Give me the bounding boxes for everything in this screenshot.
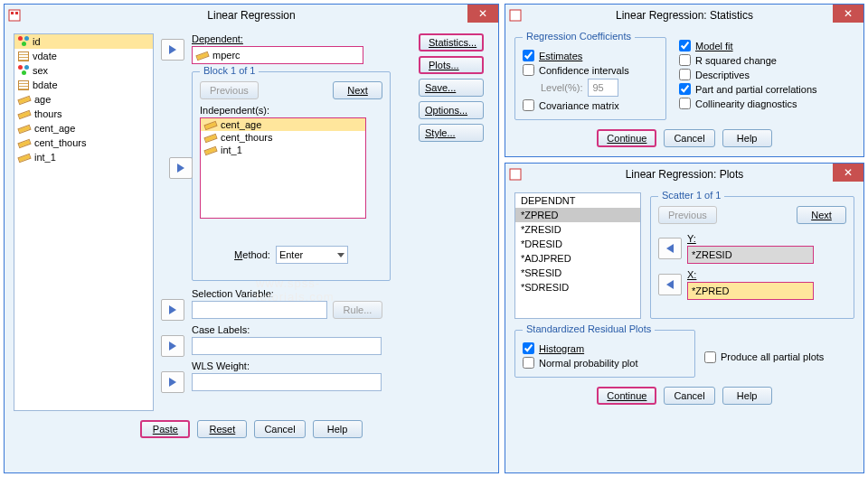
independents-list[interactable]: cent_agecent_thoursint_1 [200,117,366,219]
app-icon [509,9,522,22]
plot-list-item[interactable]: *SDRESID [515,280,640,295]
part-partial-checkbox[interactable]: Part and partial correlations [679,83,817,95]
save-button[interactable]: Save... [419,79,484,97]
variable-item[interactable]: id [14,34,153,49]
continue-button[interactable]: Continue [597,387,656,405]
selection-var-input[interactable] [192,301,327,319]
next-button[interactable]: Next [333,81,382,99]
variable-item[interactable]: sex [14,63,153,78]
help-button[interactable]: Help [722,129,772,147]
style-button[interactable]: Style... [419,124,484,142]
close-icon[interactable]: ✕ [833,164,863,182]
dependent-label: Dependent: [192,33,411,44]
r-squared-checkbox[interactable]: R squared change [679,54,817,66]
variable-item[interactable]: int_1 [14,150,153,164]
selection-var-label: Selection Variable: [192,288,411,299]
scale-icon [17,125,31,134]
dependent-input[interactable]: mperc [192,46,363,64]
svg-rect-3 [510,10,521,21]
scale-icon [17,96,31,105]
method-select[interactable]: Enter [276,246,348,264]
nominal-icon [18,36,29,47]
variable-item[interactable]: cent_age [14,121,153,136]
options-button[interactable]: Options... [419,101,484,119]
variable-item[interactable]: vdate [14,49,153,63]
wls-input[interactable] [192,373,382,391]
variable-item[interactable]: bdate [14,78,153,92]
cancel-button[interactable]: Cancel [664,129,714,147]
date-icon [18,51,29,61]
plot-list-item[interactable]: DEPENDNT [515,193,640,208]
dialog-title: Linear Regression [207,9,295,22]
plot-list-item[interactable]: *ZRESID [515,222,640,237]
method-label: Method: [234,249,270,260]
scale-icon [17,154,31,163]
variable-item[interactable]: thours [14,107,153,121]
plot-list-item[interactable]: *SRESID [515,266,640,280]
case-labels-input[interactable] [192,337,382,355]
y-input[interactable]: *ZRESID [687,246,814,264]
app-icon [509,168,522,181]
case-labels-label: Case Labels: [192,324,411,335]
rule-button: Rule... [333,301,382,319]
model-fit-checkbox[interactable]: Model fit [679,40,817,51]
scale-icon [17,139,31,148]
estimates-checkbox[interactable]: Estimates [523,50,658,61]
move-x-button[interactable] [658,274,682,295]
covariance-checkbox[interactable]: Covariance matrix [523,99,658,111]
titlebar: Linear Regression: Statistics ✕ [505,5,863,26]
previous-button: Previous [200,81,259,99]
titlebar: Linear Regression: Plots ✕ [505,164,863,185]
linear-regression-dialog: Linear Regression ✕ idvdatesexbdateageth… [4,4,499,473]
titlebar: Linear Regression ✕ [5,5,498,26]
descriptives-checkbox[interactable]: Descriptives [679,69,817,80]
svg-rect-2 [15,12,18,14]
plot-list-item[interactable]: *ZPRED [515,208,640,222]
variable-list[interactable]: idvdatesexbdateagethourscent_agecent_tho… [14,33,154,411]
move-selection-button[interactable] [161,299,184,321]
previous-button: Previous [658,206,717,224]
variable-item[interactable]: age [14,92,153,107]
move-wls-button[interactable] [161,371,184,393]
histogram-checkbox[interactable]: Histogram [523,342,687,354]
paste-button[interactable]: Paste [140,420,190,438]
move-y-button[interactable] [658,238,682,259]
svg-rect-4 [510,169,521,180]
move-dependent-button[interactable] [161,39,184,61]
plot-list-item[interactable]: *ADJPRED [515,251,640,266]
independents-label: Independent(s): [200,105,382,116]
plot-variable-list[interactable]: DEPENDNT*ZPRED*ZRESID*DRESID*ADJPRED*SRE… [514,192,641,319]
continue-button[interactable]: Continue [597,129,656,147]
partial-plots-checkbox[interactable]: Produce all partial plots [704,339,824,375]
x-input[interactable]: *ZPRED [687,282,814,300]
move-independent-button[interactable] [169,157,193,179]
statistics-button[interactable]: Statistics... [419,33,484,51]
plots-dialog: Linear Regression: Plots ✕ DEPENDNT*ZPRE… [505,163,864,473]
x-label: X: [687,269,846,280]
close-icon[interactable]: ✕ [833,5,863,23]
normal-prob-checkbox[interactable]: Normal probability plot [523,357,687,369]
level-input: 95 [588,79,618,97]
close-icon[interactable]: ✕ [467,5,498,23]
plot-list-item[interactable]: *DRESID [515,237,640,251]
collinearity-checkbox[interactable]: Collinearity diagnostics [679,98,817,109]
next-button[interactable]: Next [797,206,846,224]
cancel-button[interactable]: Cancel [664,387,714,405]
move-caselabel-button[interactable] [161,335,184,357]
y-label: Y: [687,233,846,244]
block-title: Block 1 of 1 [200,65,259,76]
regression-coefficients-group: Regression Coefficients Estimates Confid… [514,37,666,120]
reset-button[interactable]: Reset [197,420,247,438]
date-icon [18,80,29,90]
plots-button[interactable]: Plots... [419,56,484,74]
help-button[interactable]: Help [313,420,363,438]
block-group: Block 1 of 1 Previous Next Independent(s… [192,71,391,281]
cancel-button[interactable]: Cancel [254,420,305,438]
app-icon [8,9,21,22]
help-button[interactable]: Help [722,387,772,405]
svg-rect-0 [9,10,20,21]
svg-rect-1 [11,12,14,14]
scale-icon [17,110,31,119]
variable-item[interactable]: cent_thours [14,136,153,150]
confidence-intervals-checkbox[interactable]: Confidence intervals [523,64,658,76]
